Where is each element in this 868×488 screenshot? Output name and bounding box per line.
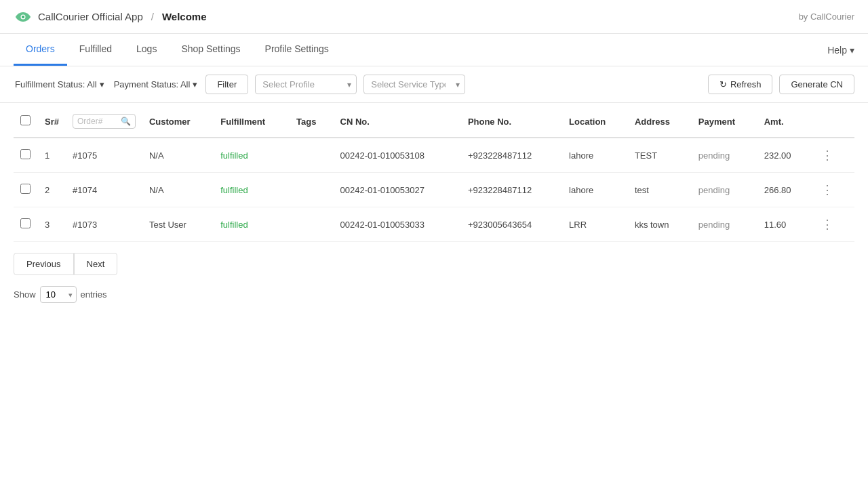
toolbar-right: ↻ Refresh Generate CN xyxy=(708,75,854,94)
refresh-button[interactable]: ↻ Refresh xyxy=(708,75,773,94)
generate-cn-button[interactable]: Generate CN xyxy=(779,75,854,94)
row-checkbox-cell xyxy=(14,207,38,242)
row-amt: 232.00 xyxy=(757,138,810,173)
table-container: Sr# 🔍 Customer Fulfillment Tags CN No. P… xyxy=(0,103,868,242)
row-payment: pending xyxy=(692,173,757,207)
fulfillment-chevron-icon: ▾ xyxy=(100,79,104,89)
row-tags xyxy=(290,207,333,242)
payment-status-dropdown[interactable]: Payment Status: All ▾ xyxy=(113,77,199,92)
row-actions-button[interactable]: ⋮ xyxy=(817,216,837,233)
tab-profile-settings[interactable]: Profile Settings xyxy=(253,34,341,66)
table-row: 2 #1074 N/A fulfilled 00242-01-010053027… xyxy=(14,173,854,207)
tab-fulfilled[interactable]: Fulfilled xyxy=(67,34,124,66)
svg-point-1 xyxy=(22,15,24,18)
row-sr: 3 xyxy=(38,207,66,242)
row-checkbox[interactable] xyxy=(20,149,31,159)
header-payment: Payment xyxy=(692,106,757,138)
row-amt: 266.80 xyxy=(757,173,810,207)
payment-status-label: Payment Status: All xyxy=(114,79,191,89)
row-checkbox-cell xyxy=(14,138,38,173)
header-fulfillment: Fulfillment xyxy=(214,106,290,138)
toolbar: Fulfillment Status: All ▾ Payment Status… xyxy=(0,66,868,103)
row-actions-button[interactable]: ⋮ xyxy=(817,146,837,164)
refresh-icon: ↻ xyxy=(719,79,727,89)
row-checkbox[interactable] xyxy=(20,184,31,194)
tab-logs[interactable]: Logs xyxy=(124,34,169,66)
row-phone-no: +923228487112 xyxy=(461,173,562,207)
row-payment: pending xyxy=(692,138,757,173)
table-header-row: Sr# 🔍 Customer Fulfillment Tags CN No. P… xyxy=(14,106,854,138)
header-checkbox-col xyxy=(14,106,38,138)
row-customer: Test User xyxy=(142,207,214,242)
app-by-label: by CallCourier xyxy=(799,12,854,22)
header-actions xyxy=(810,106,854,138)
header-location: Location xyxy=(562,106,628,138)
header-customer: Customer xyxy=(142,106,214,138)
help-button[interactable]: Help ▾ xyxy=(827,45,854,56)
row-payment: pending xyxy=(692,207,757,242)
header-order: 🔍 xyxy=(66,106,142,138)
entries-count-select[interactable]: 10 25 50 100 xyxy=(40,286,77,303)
order-search-input[interactable] xyxy=(77,117,118,126)
refresh-label: Refresh xyxy=(730,79,762,89)
table-row: 3 #1073 Test User fulfilled 00242-01-010… xyxy=(14,207,854,242)
row-location: LRR xyxy=(562,207,628,242)
row-address: test xyxy=(628,173,692,207)
row-tags xyxy=(290,138,333,173)
header-sr: Sr# xyxy=(38,106,66,138)
row-location: lahore xyxy=(562,138,628,173)
app-logo-area: CallCourier Official App / Welcome xyxy=(14,10,207,24)
header-tags: Tags xyxy=(290,106,333,138)
previous-button[interactable]: Previous xyxy=(14,253,74,275)
payment-chevron-icon: ▾ xyxy=(193,79,197,89)
row-fulfillment: fulfilled xyxy=(214,173,290,207)
help-chevron-icon: ▾ xyxy=(850,45,854,56)
row-sr: 2 xyxy=(38,173,66,207)
row-checkbox-cell xyxy=(14,173,38,207)
fulfillment-status-dropdown[interactable]: Fulfillment Status: All ▾ xyxy=(14,77,106,92)
select-profile-wrapper: Select Profile xyxy=(255,75,357,94)
nav-bar: Orders Fulfilled Logs Shop Settings Prof… xyxy=(0,34,868,66)
row-actions-button[interactable]: ⋮ xyxy=(817,181,837,199)
row-order: #1073 xyxy=(66,207,142,242)
tab-shop-settings[interactable]: Shop Settings xyxy=(169,34,252,66)
filter-button[interactable]: Filter xyxy=(205,75,248,94)
row-phone-no: +923005643654 xyxy=(461,207,562,242)
fulfillment-status-label: Fulfillment Status: All xyxy=(15,79,97,89)
entries-label: entries xyxy=(81,289,107,300)
tab-orders[interactable]: Orders xyxy=(14,34,67,66)
app-name: CallCourier Official App xyxy=(38,11,143,22)
help-label: Help xyxy=(827,45,847,56)
header-cn-no: CN No. xyxy=(334,106,461,138)
row-tags xyxy=(290,173,333,207)
row-address: TEST xyxy=(628,138,692,173)
row-actions-cell: ⋮ xyxy=(810,138,854,173)
row-fulfillment: fulfilled xyxy=(214,207,290,242)
select-all-checkbox[interactable] xyxy=(20,115,31,125)
entries-count-wrapper: 10 25 50 100 xyxy=(40,286,77,303)
row-customer: N/A xyxy=(142,173,214,207)
row-checkbox[interactable] xyxy=(20,218,31,228)
entries-area: Show 10 25 50 100 entries xyxy=(0,281,868,308)
row-cn-no: 00242-01-010053033 xyxy=(334,207,461,242)
header-phone-no: Phone No. xyxy=(461,106,562,138)
row-customer: N/A xyxy=(142,138,214,173)
pagination-area: Previous Next xyxy=(0,242,868,281)
app-logo-icon xyxy=(14,10,33,24)
header-address: Address xyxy=(628,106,692,138)
next-button[interactable]: Next xyxy=(74,253,118,275)
header-amt: Amt. xyxy=(757,106,810,138)
table-body: 1 #1075 N/A fulfilled 00242-01-010053108… xyxy=(14,138,854,242)
order-search-icon[interactable]: 🔍 xyxy=(121,117,131,126)
app-welcome: Welcome xyxy=(162,11,207,22)
row-sr: 1 xyxy=(38,138,66,173)
select-profile-dropdown[interactable]: Select Profile xyxy=(255,75,357,94)
row-order: #1074 xyxy=(66,173,142,207)
title-separator: / xyxy=(151,11,154,22)
select-service-dropdown[interactable]: Select Service Type xyxy=(363,75,465,94)
orders-table: Sr# 🔍 Customer Fulfillment Tags CN No. P… xyxy=(14,106,854,242)
select-service-wrapper: Select Service Type xyxy=(363,75,465,94)
row-fulfillment: fulfilled xyxy=(214,138,290,173)
row-location: lahore xyxy=(562,173,628,207)
app-header: CallCourier Official App / Welcome by Ca… xyxy=(0,0,868,34)
